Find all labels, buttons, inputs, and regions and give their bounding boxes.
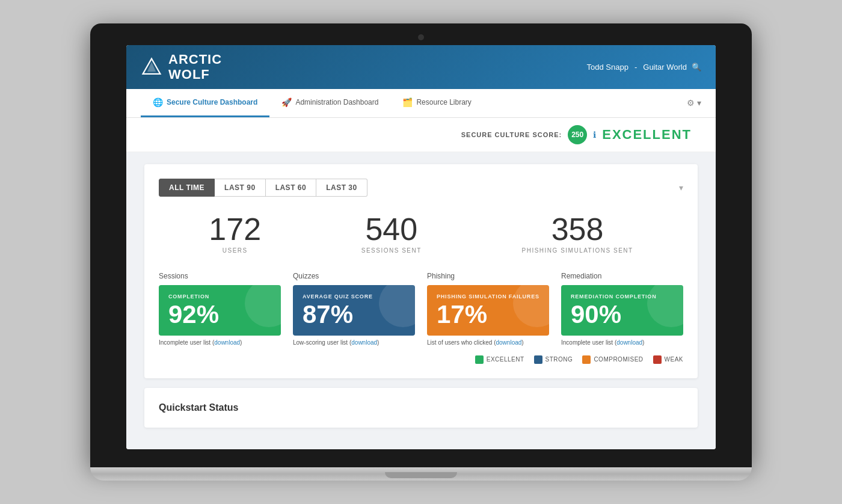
metric-phishing-download: List of users who clicked (download): [427, 339, 549, 346]
metric-quizzes: Quizzes AVERAGE QUIZ SCORE 87% Low-scori…: [293, 272, 415, 346]
metric-remediation-download: Incomplete user list (download): [561, 339, 683, 346]
time-btn-last-30[interactable]: LAST 30: [316, 179, 367, 197]
sessions-download-text: Incomplete user list: [159, 339, 210, 346]
metric-remediation: Remediation REMEDIATION COMPLETION 90% I…: [561, 272, 683, 346]
remediation-download-link[interactable]: download: [616, 339, 642, 346]
settings-menu[interactable]: ⚙ ▾: [687, 98, 701, 108]
quickstart-title: Quickstart Status: [159, 402, 683, 413]
remediation-download-text: Incomplete user list: [561, 339, 613, 346]
tab-resource-library-label: Resource Library: [416, 98, 471, 106]
laptop-base: [90, 467, 752, 481]
legend-dot-compromised: [582, 355, 591, 364]
stat-sessions: 540 SESSIONS SENT: [361, 214, 422, 254]
sessions-number: 540: [361, 214, 422, 245]
phishing-download-link[interactable]: download: [496, 339, 522, 346]
tab-secure-culture[interactable]: 🌐 Secure Culture Dashboard: [141, 89, 269, 117]
score-badge: 250: [568, 125, 587, 144]
legend-compromised: COMPROMISED: [582, 355, 643, 364]
tab-resource-library[interactable]: 🗂️ Resource Library: [390, 89, 483, 117]
metrics-row: Sessions COMPLETION 92% Incomplete user …: [159, 272, 683, 346]
score-bar: SECURE CULTURE SCORE: 250 ℹ EXCELLENT: [126, 118, 716, 152]
users-number: 172: [209, 214, 261, 245]
metric-remediation-card: REMEDIATION COMPLETION 90%: [561, 285, 683, 336]
dashboard-card: ALL TIME LAST 90 LAST 60 LAST 30 ▾ 172 U…: [144, 164, 698, 378]
tab-administration-label: Administration Dashboard: [295, 98, 378, 106]
metric-phishing-title: Phishing: [427, 272, 549, 280]
camera: [418, 34, 424, 40]
screen-bezel: ARCTIC WOLF Todd Snapp - Guitar World 🔍 …: [90, 23, 752, 467]
metric-quizzes-title: Quizzes: [293, 272, 415, 280]
sessions-label: SESSIONS SENT: [361, 247, 422, 254]
metric-quizzes-card: AVERAGE QUIZ SCORE 87%: [293, 285, 415, 336]
logo-text: ARCTIC WOLF: [168, 52, 222, 81]
quickstart-card: Quickstart Status: [144, 388, 698, 428]
chevron-down-icon: ▾: [697, 98, 701, 108]
legend-compromised-label: COMPROMISED: [594, 356, 643, 363]
legend-dot-excellent: [475, 355, 484, 364]
legend-strong-label: STRONG: [545, 356, 573, 363]
metric-phishing: Phishing PHISHING SIMULATION FAILURES 17…: [427, 272, 549, 346]
laptop-container: ARCTIC WOLF Todd Snapp - Guitar World 🔍 …: [90, 23, 752, 480]
search-icon[interactable]: 🔍: [692, 63, 701, 72]
metric-quizzes-download: Low-scoring user list (download): [293, 339, 415, 346]
main-content: ALL TIME LAST 90 LAST 60 LAST 30 ▾ 172 U…: [126, 152, 716, 449]
stat-users: 172 USERS: [209, 214, 261, 254]
metric-sessions: Sessions COMPLETION 92% Incomplete user …: [159, 272, 281, 346]
header-user: Todd Snapp - Guitar World 🔍: [587, 63, 701, 72]
chevron-down-icon[interactable]: ▾: [679, 183, 683, 192]
legend-weak-label: WEAK: [665, 356, 683, 363]
separator: -: [635, 63, 637, 72]
legend-row: EXCELLENT STRONG COMPROMISED WEAK: [159, 355, 683, 364]
phishing-number: 358: [522, 214, 633, 245]
quizzes-download-text: Low-scoring user list: [293, 339, 348, 346]
globe-icon: 🌐: [153, 97, 163, 107]
metric-phishing-card: PHISHING SIMULATION FAILURES 17%: [427, 285, 549, 336]
laptop-notch: [385, 472, 457, 478]
company-name: Guitar World: [643, 63, 687, 72]
legend-strong: STRONG: [534, 355, 573, 364]
legend-dot-strong: [534, 355, 542, 364]
score-label: SECURE CULTURE SCORE:: [461, 131, 562, 138]
time-btn-all-time[interactable]: ALL TIME: [159, 179, 215, 197]
tab-administration[interactable]: 🚀 Administration Dashboard: [269, 89, 390, 117]
time-filter: ALL TIME LAST 90 LAST 60 LAST 30 ▾: [159, 179, 683, 197]
metric-remediation-title: Remediation: [561, 272, 683, 280]
logo-line2: WOLF: [168, 67, 222, 82]
score-info-icon[interactable]: ℹ: [593, 130, 596, 140]
quizzes-download-link[interactable]: download: [351, 339, 377, 346]
nav-tabs: 🌐 Secure Culture Dashboard 🚀 Administrat…: [141, 89, 484, 117]
score-rating: EXCELLENT: [602, 127, 692, 143]
screen: ARCTIC WOLF Todd Snapp - Guitar World 🔍 …: [126, 45, 716, 449]
phishing-download-text: List of users who clicked: [427, 339, 492, 346]
legend-excellent-label: EXCELLENT: [487, 356, 524, 363]
time-btn-last-60[interactable]: LAST 60: [266, 179, 317, 197]
nav-bar: 🌐 Secure Culture Dashboard 🚀 Administrat…: [126, 89, 716, 118]
metric-sessions-download: Incomplete user list (download): [159, 339, 281, 346]
gear-icon: ⚙: [687, 98, 695, 108]
legend-dot-weak: [653, 355, 662, 364]
folder-icon: 🗂️: [402, 97, 413, 107]
users-label: USERS: [209, 247, 261, 254]
legend-excellent: EXCELLENT: [475, 355, 524, 364]
metric-sessions-card: COMPLETION 92%: [159, 285, 281, 336]
tab-secure-culture-label: Secure Culture Dashboard: [167, 98, 257, 106]
arctic-wolf-logo-icon: [141, 57, 162, 78]
stat-phishing: 358 PHISHING SIMULATIONS SENT: [522, 214, 633, 254]
metric-sessions-title: Sessions: [159, 272, 281, 280]
app-header: ARCTIC WOLF Todd Snapp - Guitar World 🔍: [126, 45, 716, 88]
logo-area: ARCTIC WOLF: [141, 52, 222, 81]
time-buttons: ALL TIME LAST 90 LAST 60 LAST 30: [159, 179, 367, 197]
legend-weak: WEAK: [653, 355, 683, 364]
stats-row: 172 USERS 540 SESSIONS SENT 358 PHISHING…: [159, 214, 683, 254]
sessions-download-link[interactable]: download: [214, 339, 240, 346]
phishing-label: PHISHING SIMULATIONS SENT: [522, 247, 633, 254]
rocket-icon: 🚀: [281, 97, 292, 107]
logo-line1: ARCTIC: [168, 52, 222, 67]
user-name: Todd Snapp: [587, 63, 628, 72]
time-btn-last-90[interactable]: LAST 90: [215, 179, 266, 197]
